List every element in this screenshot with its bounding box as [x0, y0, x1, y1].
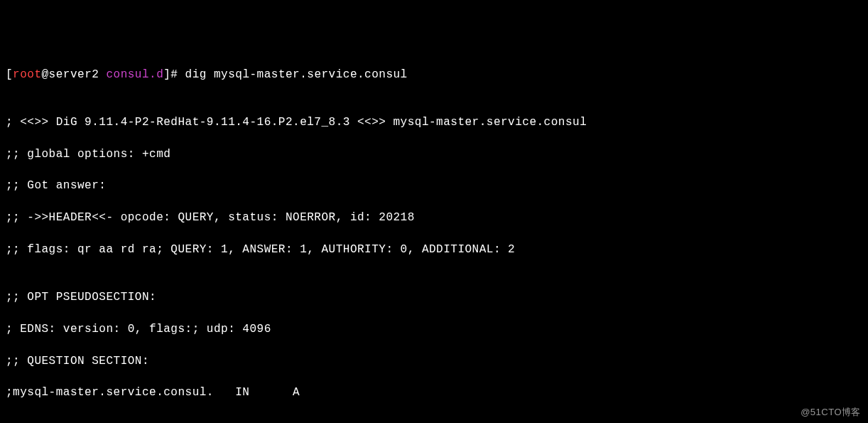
prompt-line[interactable]: [root@server2 consul.d]# dig mysql-maste…	[6, 67, 862, 82]
question-section-header: ;; QUESTION SECTION:	[6, 353, 862, 369]
prompt-close-bracket: ]#	[163, 68, 185, 81]
edns-line: ; EDNS: version: 0, flags:; udp: 4096	[6, 321, 862, 337]
prompt-dir: consul.d	[106, 68, 163, 81]
dig-banner: ; <<>> DiG 9.11.4-P2-RedHat-9.11.4-16.P2…	[6, 114, 862, 130]
command-text: dig mysql-master.service.consul	[185, 68, 408, 81]
header-line: ;; ->>HEADER<<- opcode: QUERY, status: N…	[6, 210, 862, 225]
question-record: ;mysql-master.service.consul. IN A	[6, 385, 862, 400]
global-options: ;; global options: +cmd	[6, 146, 862, 162]
watermark: @51CTO博客	[801, 406, 861, 419]
prompt-host: @server2	[42, 68, 107, 81]
flags-line: ;; flags: qr aa rd ra; QUERY: 1, ANSWER:…	[6, 242, 862, 257]
opt-section-header: ;; OPT PSEUDOSECTION:	[6, 289, 862, 305]
terminal-output: [root@server2 consul.d]# dig mysql-maste…	[6, 67, 862, 423]
prompt-user: root	[13, 68, 41, 81]
prompt-open-bracket: [	[6, 68, 13, 81]
got-answer: ;; Got answer:	[6, 178, 862, 193]
